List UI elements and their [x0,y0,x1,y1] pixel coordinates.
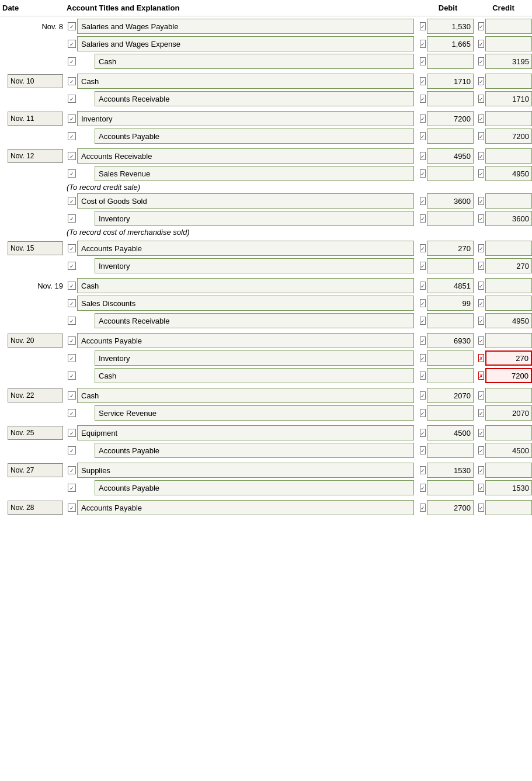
account-input[interactable] [95,480,414,495]
row-checkbox[interactable]: ✓ [68,262,76,270]
row-checkbox[interactable]: ✓ [68,391,76,400]
debit-input[interactable] [427,91,474,106]
row-checkbox[interactable]: ✓ [68,336,76,345]
debit-checkbox[interactable]: ✓ [420,22,426,30]
credit-input[interactable] [485,278,532,293]
debit-checkbox[interactable]: ✓ [420,409,426,417]
date-input[interactable] [8,501,63,515]
credit-input[interactable] [485,500,532,515]
credit-input[interactable] [485,350,532,366]
credit-checkbox[interactable]: ✓ [478,409,484,417]
debit-checkbox[interactable]: ✓ [420,391,426,400]
account-input[interactable] [77,241,414,256]
date-input[interactable] [8,388,63,402]
debit-input[interactable] [427,258,474,273]
debit-input[interactable] [427,313,474,328]
debit-input[interactable] [427,296,474,311]
debit-input[interactable] [427,74,474,89]
credit-input[interactable] [485,388,532,403]
debit-input[interactable] [427,36,474,51]
date-input[interactable] [8,74,63,88]
debit-checkbox[interactable]: ✓ [420,429,426,437]
date-input[interactable] [8,463,63,477]
credit-input[interactable] [485,241,532,256]
credit-checkbox[interactable]: ✓ [478,504,484,512]
account-input[interactable] [77,278,414,293]
debit-checkbox[interactable]: ✓ [420,466,426,474]
debit-input[interactable] [427,241,474,256]
debit-input[interactable] [427,480,474,495]
account-input[interactable] [77,36,414,51]
row-checkbox[interactable]: ✓ [68,429,76,437]
debit-input[interactable] [427,148,474,164]
credit-input[interactable] [485,74,532,89]
credit-input[interactable] [485,166,532,181]
date-input[interactable] [8,426,63,440]
row-checkbox[interactable]: ✓ [68,409,76,417]
credit-input[interactable] [485,193,532,209]
row-checkbox[interactable]: ✓ [68,466,76,474]
row-checkbox[interactable]: ✓ [68,22,76,30]
debit-input[interactable] [427,388,474,403]
credit-input[interactable] [485,54,532,69]
row-checkbox[interactable]: ✓ [68,214,76,223]
account-input[interactable] [77,425,414,440]
row-checkbox[interactable]: ✓ [68,504,76,512]
credit-input[interactable] [485,111,532,126]
credit-checkbox[interactable]: ✗ [478,354,484,362]
debit-checkbox[interactable]: ✓ [420,317,426,325]
debit-input[interactable] [427,129,474,144]
credit-input[interactable] [485,443,532,458]
credit-checkbox[interactable]: ✓ [478,446,484,454]
debit-checkbox[interactable]: ✓ [420,169,426,178]
account-input[interactable] [77,388,414,403]
debit-checkbox[interactable]: ✓ [420,504,426,512]
row-checkbox[interactable]: ✓ [68,169,76,178]
debit-checkbox[interactable]: ✓ [420,77,426,85]
row-checkbox[interactable]: ✓ [68,317,76,325]
credit-checkbox[interactable]: ✓ [478,391,484,400]
credit-checkbox[interactable]: ✓ [478,336,484,345]
account-input[interactable] [95,211,414,226]
debit-input[interactable] [427,425,474,440]
debit-checkbox[interactable]: ✓ [420,282,426,290]
account-input[interactable] [77,19,414,34]
debit-checkbox[interactable]: ✓ [420,372,426,380]
credit-input[interactable] [485,425,532,440]
date-input[interactable] [8,112,63,126]
credit-input[interactable] [485,211,532,226]
row-checkbox[interactable]: ✓ [68,446,76,454]
row-checkbox[interactable]: ✓ [68,152,76,160]
credit-input[interactable] [485,405,532,421]
account-input[interactable] [77,74,414,89]
debit-input[interactable] [427,463,474,478]
account-input[interactable] [95,313,414,328]
row-checkbox[interactable]: ✓ [68,372,76,380]
credit-checkbox[interactable]: ✓ [478,262,484,270]
date-input[interactable] [8,334,63,348]
credit-checkbox[interactable]: ✓ [478,197,484,205]
credit-input[interactable] [485,19,532,34]
credit-input[interactable] [485,258,532,273]
credit-input[interactable] [485,296,532,311]
account-input[interactable] [77,333,414,348]
credit-checkbox[interactable]: ✓ [478,429,484,437]
credit-checkbox[interactable]: ✓ [478,40,484,48]
account-input[interactable] [95,129,414,144]
debit-input[interactable] [427,500,474,515]
row-checkbox[interactable]: ✓ [68,77,76,85]
row-checkbox[interactable]: ✓ [68,197,76,205]
credit-input[interactable] [485,91,532,106]
row-checkbox[interactable]: ✓ [68,95,76,103]
credit-checkbox[interactable]: ✓ [478,466,484,474]
debit-checkbox[interactable]: ✓ [420,214,426,223]
account-input[interactable] [95,166,414,181]
debit-checkbox[interactable]: ✓ [420,197,426,205]
account-input[interactable] [77,148,414,164]
debit-input[interactable] [427,350,474,366]
row-checkbox[interactable]: ✓ [68,484,76,492]
account-input[interactable] [77,296,414,311]
credit-checkbox[interactable]: ✓ [478,95,484,103]
credit-checkbox[interactable]: ✓ [478,114,484,123]
debit-checkbox[interactable]: ✓ [420,299,426,307]
